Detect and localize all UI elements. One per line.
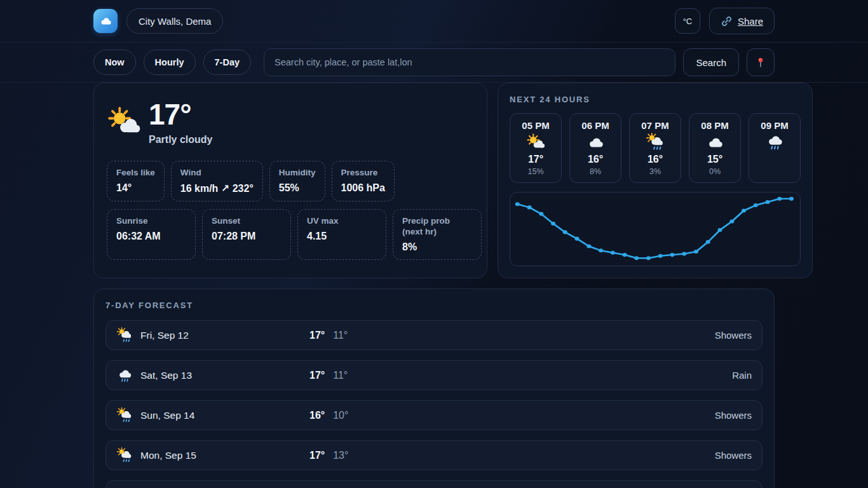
search-input[interactable] [264, 48, 675, 76]
hourly-temp-chart [510, 193, 800, 266]
current-conditions-card: 17° Partly cloudy Feels like 14° Wind 16… [93, 83, 487, 278]
day-weather-icon [116, 367, 133, 384]
hourly-temp-chart-box [510, 192, 801, 266]
hourly-scroller[interactable]: 05 PM 17° 15% 06 PM 16° 8% 07 PM 16° 3% [510, 113, 801, 183]
hour-weather-icon [765, 133, 784, 152]
day-high-temp: 17° [309, 450, 325, 461]
current-weather-icon [107, 105, 141, 140]
day-row-sat[interactable]: Sat, Sep 13 17° 11° Rain [105, 360, 763, 390]
stat-tile-uv-max: UV max 4.15 [297, 209, 386, 260]
geolocate-button[interactable] [747, 48, 775, 76]
hour-chip: 08 PM 15° 0% [689, 113, 741, 183]
day-condition: Showers [715, 410, 752, 421]
current-condition-text: Partly cloudy [149, 134, 212, 146]
search-button[interactable]: Search [683, 48, 739, 76]
day-low-temp: 11° [333, 330, 348, 341]
day-low-temp: 10° [333, 410, 348, 421]
share-button[interactable]: Share [709, 8, 775, 34]
day-low-temp: 11° [333, 370, 348, 381]
hour-weather-icon [526, 133, 545, 152]
hour-chip: 07 PM 16° 3% [629, 113, 681, 183]
tab-7day[interactable]: 7-Day [203, 50, 252, 75]
tab-now[interactable]: Now [93, 50, 136, 75]
app-header: City Walls, Dema °C Share Now Hourly 7-D… [0, 0, 868, 83]
day-condition: Showers [715, 450, 752, 461]
stat-tile-precip-prob: Precip prob (next hr) 8% [393, 209, 482, 260]
hour-chip: 09 PM [749, 113, 801, 183]
stat-tile-wind: Wind 16 km/h ↗ 232° [171, 161, 263, 201]
stat-tile-sunrise: Sunrise 06:32 AM [107, 209, 196, 260]
daily-heading: 7-DAY FORECAST [105, 301, 763, 310]
unit-toggle-button[interactable]: °C [675, 8, 700, 34]
day-row-partial[interactable] [105, 480, 763, 488]
day-weather-icon [116, 327, 133, 344]
share-label: Share [738, 16, 763, 27]
stat-tile-pressure: Pressure 1006 hPa [332, 161, 395, 201]
hour-chip: 05 PM 17° 15% [510, 113, 562, 183]
link-icon [721, 15, 733, 27]
day-high-temp: 17° [309, 330, 325, 341]
day-row-mon[interactable]: Mon, Sep 15 17° 13° Showers [105, 440, 763, 470]
hour-chip: 06 PM 16° 8% [569, 113, 621, 183]
location-label: City Walls, Dema [139, 16, 211, 27]
day-weather-icon [116, 447, 133, 464]
app-logo [93, 9, 118, 33]
day-row-sun[interactable]: Sun, Sep 14 16° 10° Showers [105, 400, 763, 430]
pushpin-icon [754, 56, 767, 69]
stat-tile-humidity: Humidity 55% [269, 161, 325, 201]
main-content: 17° Partly cloudy Feels like 14° Wind 16… [93, 83, 775, 488]
next-24-hours-card: NEXT 24 HOURS 05 PM 17° 15% 06 PM 16° 8%… [498, 83, 813, 278]
day-high-temp: 17° [309, 370, 325, 381]
day-low-temp: 13° [333, 450, 348, 461]
day-row-fri[interactable]: Fri, Sep 12 17° 11° Showers [105, 320, 763, 350]
seven-day-forecast-card: 7-DAY FORECAST Fri, Sep 12 17° 11° Showe… [93, 288, 775, 488]
day-condition: Showers [715, 330, 752, 341]
day-condition: Rain [732, 370, 752, 381]
location-chip[interactable]: City Walls, Dema [126, 8, 223, 34]
hourly-heading: NEXT 24 HOURS [510, 95, 801, 104]
day-weather-icon [116, 407, 133, 424]
hour-weather-icon [705, 133, 724, 152]
stat-tile-sunset: Sunset 07:28 PM [202, 209, 291, 260]
hour-weather-icon [646, 133, 665, 152]
day-high-temp: 16° [309, 410, 325, 421]
current-temperature: 17° [149, 100, 212, 129]
hour-weather-icon [586, 133, 605, 152]
tab-hourly[interactable]: Hourly [144, 50, 196, 75]
stat-tile-feels-like: Feels like 14° [107, 161, 165, 201]
cloud-logo-icon [98, 14, 112, 28]
